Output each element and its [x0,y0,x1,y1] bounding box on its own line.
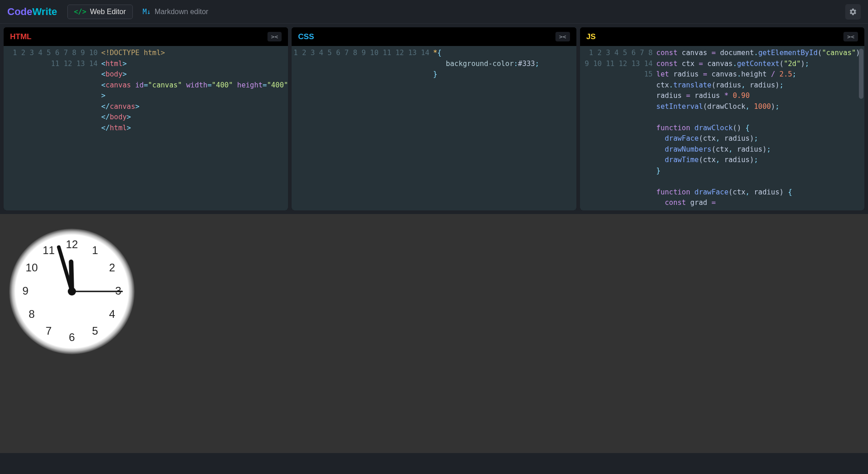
preview-pane [0,214,868,453]
tab-label: Web Editor [90,8,126,16]
logo: CodeWrite [7,6,57,18]
markdown-icon: M↓ [143,8,151,16]
settings-button[interactable] [845,4,861,20]
code-lines: *{ background-color:#333; } [433,48,539,209]
panel-header: CSS >< [292,27,576,46]
clock-output [4,223,140,360]
tab-web-editor[interactable]: </> Web Editor [67,5,133,19]
collapse-button[interactable]: >< [555,32,570,41]
js-panel: JS >< 1 2 3 4 5 6 7 8 9 10 11 12 13 14 1… [580,27,864,210]
css-panel: CSS >< 1 2 3 4 5 6 7 8 9 10 11 12 13 14 … [292,27,576,210]
logo-part2: Write [32,6,57,17]
panel-title-css: CSS [298,32,314,41]
editors-row: HTML >< 1 2 3 4 5 6 7 8 9 10 11 12 13 14… [0,24,868,214]
panel-header: HTML >< [4,27,288,46]
code-lines: const canvas = document.getElementById("… [656,48,864,209]
collapse-button[interactable]: >< [843,32,858,41]
css-editor[interactable]: 1 2 3 4 5 6 7 8 9 10 11 12 13 14 *{ back… [292,46,576,210]
scrollbar-thumb[interactable] [859,49,863,99]
logo-part1: Code [7,6,32,17]
gear-icon [849,8,857,16]
gutter: 1 2 3 4 5 6 7 8 9 10 11 12 13 14 [4,48,101,209]
panel-header: JS >< [580,27,864,46]
panel-title-html: HTML [10,32,31,41]
tab-label: Markdown editor [155,8,208,16]
header: CodeWrite </> Web Editor M↓ Markdown edi… [0,0,868,24]
clock-canvas [4,223,140,360]
js-editor[interactable]: 1 2 3 4 5 6 7 8 9 10 11 12 13 14 15 cons… [580,46,864,210]
collapse-button[interactable]: >< [267,32,282,41]
code-lines: <!DOCTYPE html> <html> <body> <canvas id… [101,48,288,209]
gutter: 1 2 3 4 5 6 7 8 9 10 11 12 13 14 [292,48,433,209]
code-icon: </> [74,8,86,16]
gutter: 1 2 3 4 5 6 7 8 9 10 11 12 13 14 15 [580,48,656,209]
tab-markdown-editor[interactable]: M↓ Markdown editor [136,5,215,19]
html-editor[interactable]: 1 2 3 4 5 6 7 8 9 10 11 12 13 14 <!DOCTY… [4,46,288,210]
panel-title-js: JS [586,32,596,41]
tabs: </> Web Editor M↓ Markdown editor [67,5,215,19]
html-panel: HTML >< 1 2 3 4 5 6 7 8 9 10 11 12 13 14… [4,27,288,210]
